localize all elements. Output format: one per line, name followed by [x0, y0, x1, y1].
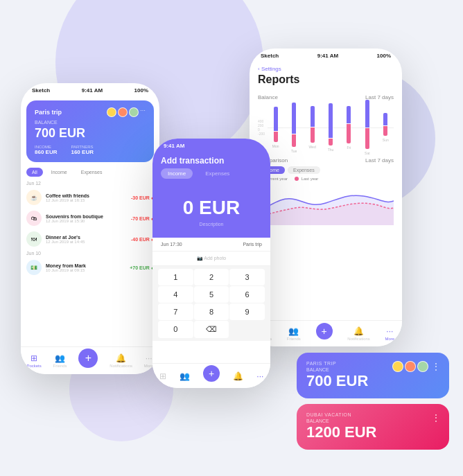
p2-amount-section: 0 EUR Description	[152, 190, 270, 238]
card-paris[interactable]: ⋮ Paris trip BALANCE 700 EUR	[297, 353, 449, 398]
tx-info-coffee: Coffee with friends 12 Jun 2019 at 16:15	[46, 193, 127, 202]
p2-tab-expenses[interactable]: Expenses	[198, 168, 236, 179]
key-6[interactable]: 6	[229, 286, 265, 303]
dubai-balance-label: BALANCE	[306, 418, 439, 423]
income-stat: INCOME 860 EUR	[35, 145, 57, 155]
addphoto-label: Add photo	[204, 256, 226, 261]
key-4[interactable]: 4	[158, 286, 193, 303]
p2-nav-more[interactable]: ···	[256, 371, 263, 381]
bar-sun: Sun	[378, 113, 394, 142]
p2-nav-add[interactable]: +	[203, 365, 220, 382]
nav-friends-label: Friends	[53, 364, 67, 368]
p3-balance-section: Balance Last 7 days 4002000-200 Mon	[250, 91, 402, 155]
key-7[interactable]: 7	[158, 303, 193, 320]
bar-sat-up	[365, 100, 369, 127]
p3-nav-more[interactable]: ··· More	[385, 326, 395, 341]
bar-tue-down	[292, 134, 296, 147]
p3-comparison-section: Comparison Last 7 days Income Expenses C…	[250, 155, 402, 228]
key-backspace[interactable]: ⌫	[194, 321, 229, 338]
legend-dot-last	[295, 177, 299, 181]
p2-tab-income[interactable]: Income	[161, 168, 193, 179]
bar-sat: Sat	[359, 100, 375, 155]
bar-wed: Wed	[304, 106, 320, 149]
tx-souvenirs[interactable]: 🛍 Souvenirs from boutique 12 Jun 2019 at…	[21, 208, 159, 229]
tx-amount-dinner: -40 EUR ●	[131, 237, 154, 242]
partners-stat: PARTNERS 160 EUR	[71, 145, 93, 155]
card-title: Paris trip	[35, 109, 62, 116]
balance-chart-container: 4002000-200 Mon	[258, 103, 394, 152]
tab-income[interactable]: Income	[46, 168, 73, 177]
phone2-bottom-nav: ⊞ 👥 + 🔔 ···	[152, 363, 270, 388]
nav-notifications[interactable]: 🔔 Notifications	[110, 353, 132, 368]
bar-groups: Mon Tue Wed	[268, 103, 394, 152]
p3-time: 9:41 AM	[317, 53, 338, 59]
p3-back-button[interactable]: ‹ Settings	[258, 64, 394, 73]
legend-last: Last year	[295, 177, 318, 181]
bar-mon-down	[274, 132, 278, 142]
p2-addphoto[interactable]: 📷 Add photo	[152, 252, 270, 266]
y-axis: 4002000-200	[258, 119, 265, 136]
pockets-icon: ⊞	[30, 353, 37, 363]
bar-thu: Thu	[322, 103, 338, 152]
tab-all[interactable]: All	[26, 168, 43, 177]
paris-balance-label: BALANCE	[306, 367, 439, 372]
dubai-balance: 1200 EUR	[306, 423, 439, 441]
carrier: Sketch	[32, 87, 50, 94]
tag-expenses[interactable]: Expenses	[288, 166, 320, 174]
p3-friends-label: Friends	[287, 337, 301, 341]
bar-chart: Mon Tue Wed	[268, 103, 394, 152]
p3-more-label: More	[385, 337, 395, 341]
card-footer: INCOME 860 EUR PARTNERS 160 EUR	[35, 145, 146, 155]
p2-date: Jun 17:30	[161, 242, 182, 247]
tx-info-souvenirs: Souvenirs from boutique 12 Jun 2019 at 1…	[46, 214, 127, 223]
nav-add-button[interactable]: +	[78, 349, 98, 368]
p2-time: 9:41 AM	[164, 143, 184, 149]
p3-comparison-header: Comparison Last 7 days	[258, 157, 394, 164]
tx-icon-coffee: ☕	[26, 190, 42, 205]
nav-friends[interactable]: 👥 Friends	[53, 353, 67, 368]
p3-nav-add[interactable]: +	[316, 323, 333, 340]
tab-expenses[interactable]: Expenses	[76, 168, 108, 177]
paris-card-title: Paris trip	[306, 361, 439, 366]
paris-trip-card[interactable]: Paris trip ⋯ BALANCE 700 EUR INCOME 860 …	[26, 100, 154, 162]
tx-dinner[interactable]: 🍽 Dinner at Joe's 12 Jun 2019 at 14:45 -…	[21, 229, 159, 249]
p3-nav-notifications[interactable]: 🔔 Notifications	[347, 326, 370, 341]
card-dubai[interactable]: ⋮ Dubai vacation BALANCE 1200 EUR	[297, 404, 449, 450]
key-2[interactable]: 2	[194, 269, 229, 285]
p3-notifications-icon: 🔔	[353, 326, 364, 336]
p3-carrier: Sketch	[261, 53, 279, 59]
p3-tags: Income Expenses	[258, 166, 394, 174]
bar-sun-down	[383, 126, 387, 136]
key-3[interactable]: 3	[229, 269, 265, 285]
p2-nav-pockets[interactable]: ⊞	[159, 371, 166, 381]
tx-coffee[interactable]: ☕ Coffee with friends 12 Jun 2019 at 16:…	[21, 187, 159, 208]
p2-description[interactable]: Description	[152, 222, 270, 227]
notifications-icon: 🔔	[116, 353, 126, 363]
p2-tabs: Income Expenses	[161, 168, 262, 179]
key-8[interactable]: 8	[194, 303, 229, 320]
bar-sat-down	[365, 128, 369, 149]
p2-nav-notifications[interactable]: 🔔	[233, 371, 243, 381]
p2-nav-friends[interactable]: 👥	[180, 371, 190, 381]
key-9[interactable]: 9	[229, 303, 265, 320]
bar-wed-down	[311, 127, 315, 143]
p2-date-row: Jun 17:30 Paris trip	[152, 238, 270, 252]
date-label-1: Jun 12	[21, 179, 159, 187]
p3-header: ‹ Settings Reports	[250, 60, 402, 91]
nav-pockets[interactable]: ⊞ Pockets	[26, 353, 41, 368]
bar-tue-up	[292, 103, 296, 134]
nav-pockets-label: Pockets	[26, 364, 41, 368]
p2-amount: 0 EUR	[152, 197, 270, 219]
tx-icon-souvenirs: 🛍	[26, 211, 42, 226]
tx-icon-dinner: 🍽	[26, 231, 42, 247]
key-1[interactable]: 1	[158, 269, 193, 285]
key-0[interactable]: 0	[158, 321, 193, 338]
tx-mark[interactable]: 💵 Money from Mark 10 Jun 2019 at 09:15 +…	[21, 257, 159, 278]
balance-section-label: Balance	[258, 94, 278, 100]
phone3-bottom-nav: ⊞ Pockets 👥 Friends + 🔔 Notifications ··…	[250, 320, 402, 346]
phone-add-transaction: 9:41 AM Add transaction Income Expenses …	[152, 139, 270, 388]
p2-keypad: 1 2 3 4 5 6 7 8 9 0 ⌫	[152, 266, 270, 341]
key-5[interactable]: 5	[194, 286, 229, 303]
p3-nav-friends[interactable]: 👥 Friends	[287, 326, 301, 341]
cards-overlay: ⋮ Paris trip BALANCE 700 EUR ⋮ Dubai vac…	[297, 353, 449, 455]
